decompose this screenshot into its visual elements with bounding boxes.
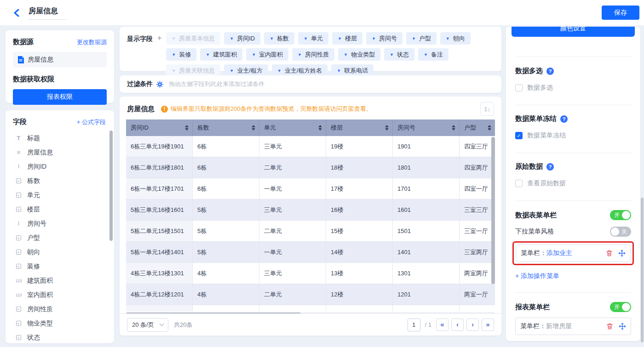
current-page-box[interactable]: 1 [408, 319, 420, 331]
field-item[interactable]: 单元 [13, 188, 109, 202]
table-cell: 1301 [393, 263, 460, 284]
table-row[interactable]: 5栋二单元15楼15015栋二单元15楼1501三室一厅 [126, 221, 495, 242]
field-label: 标题 [27, 134, 40, 142]
checkbox-unchecked[interactable] [515, 180, 523, 187]
field-item[interactable]: 房间性质 [13, 302, 109, 316]
sort-carets-icon[interactable] [185, 125, 189, 131]
table-row[interactable]: 6栋三单元19楼19016栋三单元19楼1901四室三厅 [126, 136, 495, 157]
display-field-chip[interactable]: ▼房间性质 [292, 48, 334, 61]
help-icon[interactable]: ? [546, 163, 554, 171]
next-page-button[interactable]: › [466, 319, 479, 331]
menu-freeze-checkbox-row[interactable]: ✓ 数据菜单冻结 [515, 131, 631, 140]
prev-page-button[interactable]: ‹ [451, 319, 464, 331]
column-header[interactable]: 房间ID [126, 119, 193, 136]
sort-carets-icon[interactable] [385, 125, 389, 131]
display-field-chip[interactable]: ▼备注 [418, 48, 448, 61]
column-header[interactable]: 房间号 [393, 119, 460, 136]
save-button[interactable]: 保存 [602, 6, 639, 20]
display-field-chip[interactable]: ▼朝向 [440, 32, 471, 45]
report-menu-toggle-on[interactable]: 开 [610, 302, 631, 312]
column-header[interactable]: 户型 [460, 119, 495, 136]
sort-carets-icon[interactable] [452, 125, 455, 131]
display-field-chip[interactable]: ▼房间号 [366, 32, 402, 45]
warning-icon: ! [161, 106, 168, 113]
table-menu-toggle-on[interactable]: 开 [610, 210, 631, 220]
back-icon[interactable] [13, 9, 20, 17]
move-icon[interactable] [619, 323, 626, 330]
checkbox-unchecked[interactable] [515, 84, 523, 91]
add-display-field-icon[interactable]: + [157, 34, 161, 66]
datasource-item[interactable]: 房屋信息 [13, 52, 107, 68]
color-settings-button[interactable]: 颜色设置 [512, 27, 635, 37]
menu-item-value[interactable]: 添加业主 [546, 249, 572, 257]
field-item[interactable]: 123室内面积 [13, 288, 109, 302]
last-page-button[interactable]: » [482, 319, 494, 331]
display-field-chip[interactable]: ▼业主/租方 [224, 64, 268, 77]
field-item[interactable]: I房间ID [13, 159, 109, 174]
add-formula-field-link[interactable]: + 公式字段 [77, 118, 106, 126]
window-scrollbar[interactable] [641, 198, 644, 342]
display-field-chip[interactable]: ▼室内面积 [246, 48, 288, 61]
sort-carets-icon[interactable] [488, 125, 491, 131]
display-field-chip[interactable]: ▼物业类型 [338, 48, 380, 61]
sort-order-icon[interactable]: 1↓ [480, 102, 494, 116]
field-item[interactable]: T标题 [13, 131, 109, 145]
gear-icon[interactable] [156, 81, 163, 88]
raw-data-checkbox-row[interactable]: 查看原始数据 [515, 179, 631, 188]
field-item[interactable]: I房间号 [13, 216, 109, 231]
display-field-chip[interactable]: ▼装修 [166, 48, 196, 61]
table-vertical-scrollbar[interactable] [491, 137, 495, 284]
add-action-menu-link[interactable]: + 添加操作菜单 [515, 272, 559, 280]
display-field-chip[interactable]: ▼栋数 [264, 32, 294, 45]
column-header[interactable]: 楼层 [326, 119, 393, 136]
delete-icon[interactable] [606, 250, 613, 257]
table-row[interactable]: 5栋三单元16楼16015栋三单元16楼1601三室三厅 [126, 199, 495, 221]
move-icon[interactable] [618, 250, 626, 257]
filter-label: 过滤条件 [127, 80, 153, 88]
dropdown-style-toggle-off[interactable]: 关 [610, 227, 631, 237]
multi-select-checkbox-row[interactable]: 数据多选 [515, 84, 631, 92]
field-item[interactable]: 朝向 [13, 245, 109, 259]
table-row[interactable]: 4栋一单元11楼11014栋一单元11楼1101一室一厅 [126, 305, 495, 312]
change-datasource-link[interactable]: 更改数据源 [77, 38, 107, 46]
filter-dropzone-placeholder[interactable]: 拖动左侧字段到此处来添加过滤条件 [169, 80, 264, 88]
display-field-chip[interactable]: ▼房屋基本信息 [166, 32, 220, 45]
checkbox-checked[interactable]: ✓ [515, 132, 523, 139]
table-row[interactable]: 5栋一单元14楼14015栋一单元14楼1401三室两厅 [126, 242, 495, 263]
table-row[interactable]: 6栋二单元18楼18016栋二单元18楼1801四室两厅 [126, 157, 495, 178]
display-field-chip[interactable]: ▼户型 [406, 32, 437, 45]
field-item[interactable]: 状态 [13, 330, 109, 343]
field-item[interactable]: 物业类型 [13, 316, 109, 330]
fields-scrollbar[interactable] [109, 131, 113, 241]
report-permission-button[interactable]: 报表权限 [13, 89, 107, 105]
report-menu-item[interactable]: 菜单栏： 新增房屋 [515, 318, 631, 335]
display-field-chip[interactable]: ▼楼层 [332, 32, 362, 45]
table-row[interactable]: 4栋三单元13楼13014栋三单元13楼1301两室两厅 [126, 263, 495, 284]
column-header[interactable]: 单元 [259, 119, 326, 136]
display-field-chip[interactable]: ▼单元 [298, 32, 328, 45]
display-field-chip[interactable]: ▼房屋关联信息 [166, 64, 220, 77]
page-size-select[interactable]: 20 条/页 [127, 318, 168, 332]
display-field-chip[interactable]: ▼业主/租方姓名 [272, 64, 328, 77]
help-icon[interactable]: ? [546, 68, 554, 75]
table-menu-item[interactable]: 菜单栏： 添加业主 [516, 245, 631, 262]
display-field-chip[interactable]: ▼建筑面积 [200, 48, 242, 61]
delete-icon[interactable] [606, 323, 613, 330]
field-item[interactable]: 楼层 [13, 202, 109, 216]
table-row[interactable]: 4栋二单元12楼12014栋二单元12楼1201两室一厅 [126, 284, 495, 305]
display-field-chip[interactable]: ▼状态 [384, 48, 414, 61]
sort-carets-icon[interactable] [252, 125, 255, 131]
field-item[interactable]: ≡房屋信息 [13, 145, 109, 159]
field-item[interactable]: 户型 [13, 231, 109, 245]
display-field-chip[interactable]: ▼房间ID [224, 32, 260, 45]
field-item[interactable]: 123建筑面积 [13, 273, 109, 288]
field-item[interactable]: 栋数 [13, 174, 109, 188]
field-item[interactable]: 装修 [13, 259, 109, 273]
column-header[interactable]: 栋数 [193, 119, 259, 136]
menu-item-value[interactable]: 新增房屋 [546, 322, 572, 330]
first-page-button[interactable]: « [436, 319, 448, 331]
display-field-chip[interactable]: ▼联系电话 [331, 64, 374, 77]
help-icon[interactable]: ? [560, 115, 568, 123]
table-row[interactable]: 6栋一单元17楼17016栋一单元17楼1701四室一厅 [126, 178, 495, 199]
sort-carets-icon[interactable] [318, 125, 322, 131]
